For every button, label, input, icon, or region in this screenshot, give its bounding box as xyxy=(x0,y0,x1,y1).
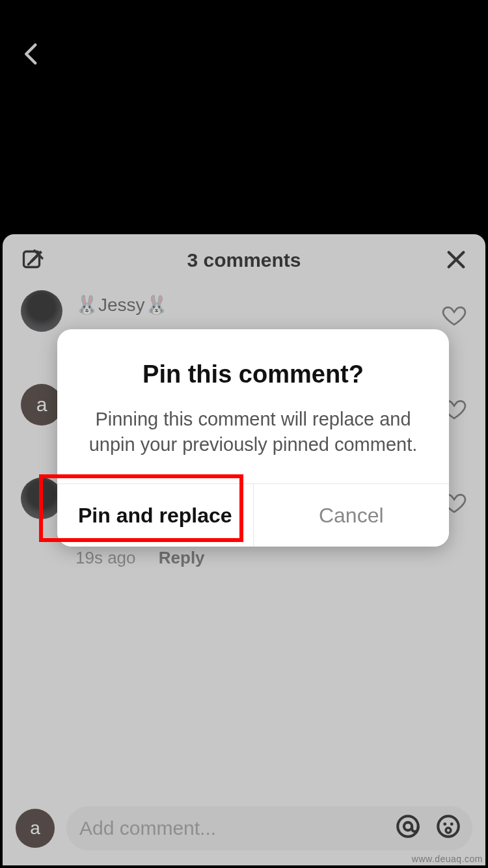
svg-point-4 xyxy=(443,822,446,826)
compose-button[interactable] xyxy=(21,249,44,275)
comments-title: 3 comments xyxy=(187,249,301,271)
comment-input[interactable]: Add comment... xyxy=(66,806,472,850)
close-icon xyxy=(445,249,467,271)
reply-button[interactable]: Reply xyxy=(159,548,205,567)
avatar[interactable] xyxy=(21,478,62,519)
cancel-button[interactable]: Cancel xyxy=(253,484,450,547)
compose-icon xyxy=(21,249,44,272)
avatar[interactable]: a xyxy=(21,384,62,426)
comment-input-bar: a Add comment... xyxy=(16,803,472,854)
svg-point-5 xyxy=(450,822,454,826)
comment-placeholder: Add comment... xyxy=(79,817,216,839)
chevron-left-icon xyxy=(18,40,46,68)
svg-point-1 xyxy=(398,816,418,837)
emoji-button[interactable] xyxy=(435,813,462,845)
close-button[interactable] xyxy=(445,249,467,273)
comment-username: 🐰Jessy🐰 xyxy=(75,294,168,316)
svg-point-6 xyxy=(446,828,451,833)
dialog-description: Pinning this comment will replace and un… xyxy=(79,407,427,457)
pin-and-replace-button[interactable]: Pin and replace xyxy=(57,484,253,547)
at-icon xyxy=(394,813,422,840)
smiley-icon xyxy=(435,813,462,840)
current-user-avatar[interactable]: a xyxy=(16,809,55,848)
pin-confirm-dialog: Pin this comment? Pinning this comment w… xyxy=(57,329,449,547)
like-button[interactable] xyxy=(441,302,467,331)
watermark: www.deuaq.com xyxy=(412,854,483,864)
comment-row[interactable]: 🐰Jessy🐰 xyxy=(21,290,467,332)
back-button[interactable] xyxy=(18,40,46,70)
comment-timestamp: 19s ago xyxy=(75,548,136,567)
dialog-title: Pin this comment? xyxy=(79,360,427,388)
comment-meta: 19s ago Reply xyxy=(75,548,467,568)
heart-icon xyxy=(441,302,467,328)
mention-button[interactable] xyxy=(394,813,422,845)
avatar[interactable] xyxy=(21,290,62,332)
